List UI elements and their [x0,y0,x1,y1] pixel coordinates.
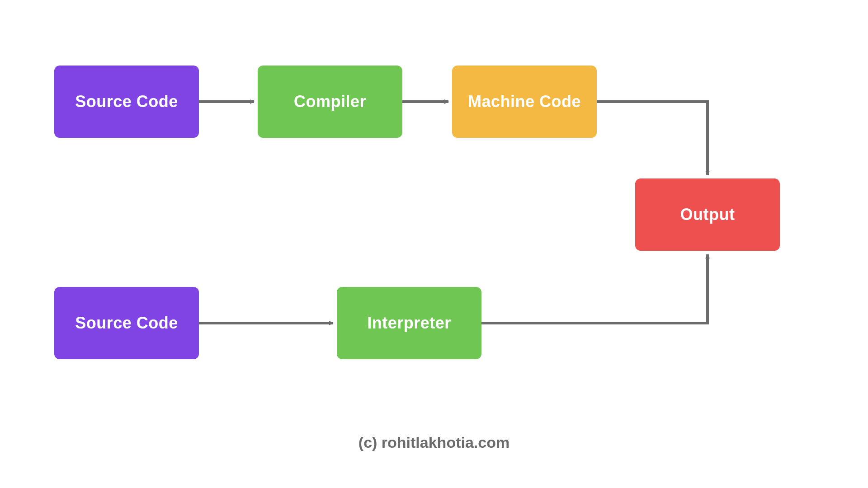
arrow-machine-to-output [597,102,708,175]
box-label: Interpreter [367,314,451,333]
box-label: Machine Code [468,92,581,111]
box-machine-code: Machine Code [452,66,597,138]
box-label: Source Code [75,92,178,111]
box-source-code-1: Source Code [54,66,199,138]
credit-text: (c) rohitlakhotia.com [0,434,868,451]
box-compiler: Compiler [258,66,402,138]
box-label: Source Code [75,314,178,333]
box-output: Output [635,178,780,251]
box-label: Output [680,205,735,224]
box-label: Compiler [294,92,366,111]
arrow-interpreter-to-output [481,254,708,323]
box-source-code-2: Source Code [54,287,199,359]
box-interpreter: Interpreter [337,287,481,359]
